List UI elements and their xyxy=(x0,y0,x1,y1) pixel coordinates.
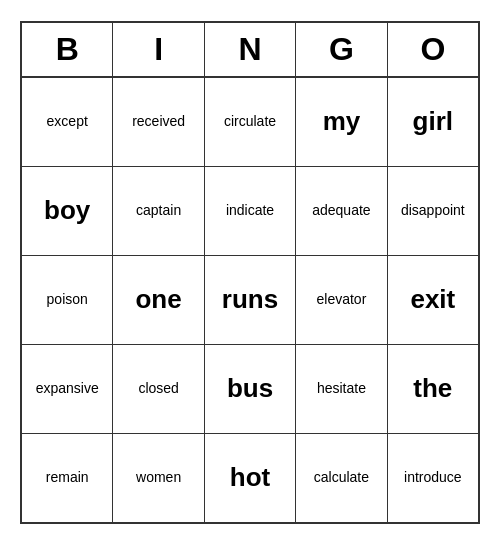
bingo-cell: women xyxy=(113,434,204,522)
cell-label: expansive xyxy=(36,380,99,397)
bingo-cell: except xyxy=(22,78,113,166)
cell-label: except xyxy=(47,113,88,130)
header-letter: O xyxy=(388,23,478,76)
cell-label: calculate xyxy=(314,469,369,486)
bingo-header: BINGO xyxy=(22,23,478,78)
header-letter: I xyxy=(113,23,204,76)
bingo-cell: girl xyxy=(388,78,478,166)
cell-label: closed xyxy=(138,380,178,397)
cell-label: circulate xyxy=(224,113,276,130)
bingo-cell: circulate xyxy=(205,78,296,166)
bingo-row: poisononerunselevatorexit xyxy=(22,256,478,345)
bingo-cell: closed xyxy=(113,345,204,433)
bingo-cell: my xyxy=(296,78,387,166)
cell-label: received xyxy=(132,113,185,130)
bingo-cell: bus xyxy=(205,345,296,433)
bingo-cell: adequate xyxy=(296,167,387,255)
bingo-cell: received xyxy=(113,78,204,166)
cell-label: girl xyxy=(413,106,453,137)
cell-label: the xyxy=(413,373,452,404)
cell-label: hesitate xyxy=(317,380,366,397)
cell-label: runs xyxy=(222,284,278,315)
bingo-cell: exit xyxy=(388,256,478,344)
header-letter: N xyxy=(205,23,296,76)
bingo-cell: the xyxy=(388,345,478,433)
header-letter: B xyxy=(22,23,113,76)
cell-label: bus xyxy=(227,373,273,404)
cell-label: hot xyxy=(230,462,270,493)
cell-label: elevator xyxy=(317,291,367,308)
bingo-cell: indicate xyxy=(205,167,296,255)
cell-label: captain xyxy=(136,202,181,219)
bingo-row: exceptreceivedcirculatemygirl xyxy=(22,78,478,167)
bingo-cell: runs xyxy=(205,256,296,344)
bingo-cell: one xyxy=(113,256,204,344)
cell-label: remain xyxy=(46,469,89,486)
cell-label: introduce xyxy=(404,469,462,486)
cell-label: my xyxy=(323,106,361,137)
bingo-row: expansiveclosedbushesitatethe xyxy=(22,345,478,434)
bingo-row: remainwomenhotcalculateintroduce xyxy=(22,434,478,522)
cell-label: adequate xyxy=(312,202,370,219)
cell-label: indicate xyxy=(226,202,274,219)
bingo-card: BINGO exceptreceivedcirculatemygirlboyca… xyxy=(20,21,480,524)
cell-label: women xyxy=(136,469,181,486)
cell-label: exit xyxy=(410,284,455,315)
bingo-cell: boy xyxy=(22,167,113,255)
bingo-cell: hesitate xyxy=(296,345,387,433)
bingo-cell: introduce xyxy=(388,434,478,522)
bingo-cell: hot xyxy=(205,434,296,522)
bingo-row: boycaptainindicateadequatedisappoint xyxy=(22,167,478,256)
bingo-cell: disappoint xyxy=(388,167,478,255)
bingo-cell: remain xyxy=(22,434,113,522)
cell-label: disappoint xyxy=(401,202,465,219)
header-letter: G xyxy=(296,23,387,76)
bingo-cell: poison xyxy=(22,256,113,344)
bingo-cell: expansive xyxy=(22,345,113,433)
bingo-cell: elevator xyxy=(296,256,387,344)
bingo-cell: calculate xyxy=(296,434,387,522)
cell-label: one xyxy=(135,284,181,315)
cell-label: boy xyxy=(44,195,90,226)
cell-label: poison xyxy=(47,291,88,308)
bingo-cell: captain xyxy=(113,167,204,255)
